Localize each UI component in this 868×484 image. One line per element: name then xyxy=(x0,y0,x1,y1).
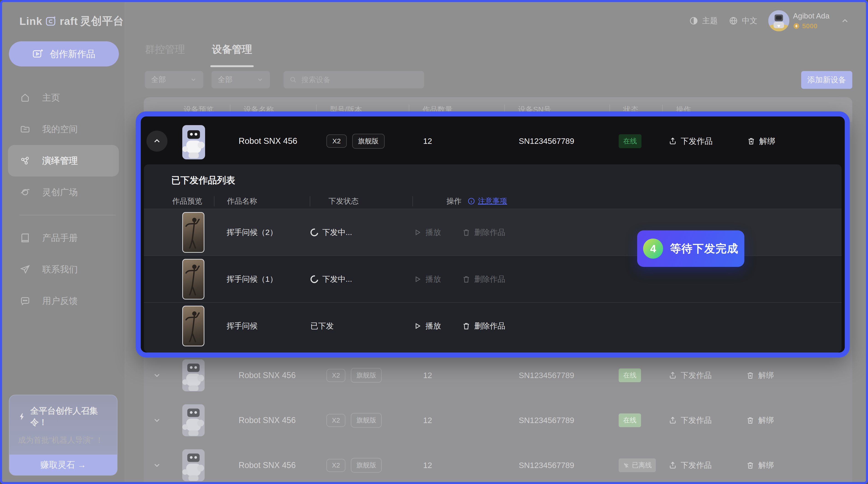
deploy-work-button[interactable]: 下发作品 xyxy=(669,415,712,426)
play-icon xyxy=(413,275,422,284)
earn-gems-button[interactable]: 赚取灵石 → xyxy=(9,455,117,475)
notice-link[interactable]: 注意事项 xyxy=(467,196,507,206)
work-status: 下发中... xyxy=(322,274,352,284)
logo-c-icon xyxy=(45,15,58,27)
status-badge: 在线 xyxy=(619,368,641,382)
works-column-ops: 操作 xyxy=(446,196,462,206)
trash-icon xyxy=(462,275,471,284)
network-icon xyxy=(20,155,30,166)
tour-step-badge: 4 xyxy=(643,238,663,259)
planet-icon xyxy=(20,187,30,198)
home-icon xyxy=(20,92,30,103)
tour-tooltip: 4 等待下发完成 xyxy=(637,230,744,267)
model-badge: X2 xyxy=(327,414,345,427)
device-row: Robot SNX 456 X2旗舰版 12 SN1234567789 在线 下… xyxy=(144,397,852,443)
edition-badge: 旗舰版 xyxy=(351,413,382,428)
play-work-button[interactable]: 播放 xyxy=(413,274,441,284)
trash-x-icon xyxy=(746,461,755,469)
add-device-button[interactable]: 添加新设备 xyxy=(801,71,852,89)
deploy-work-button[interactable]: 下发作品 xyxy=(669,460,712,471)
sidebar-item-label: 用户反馈 xyxy=(42,295,78,307)
sidebar-item-contact-us[interactable]: 联系我们 xyxy=(2,254,125,285)
status-badge: 已离线 xyxy=(619,458,656,472)
sidebar-divider xyxy=(20,215,116,215)
collapse-topbar-chevron-icon[interactable] xyxy=(840,16,849,25)
sidebar-item-label: 联系我们 xyxy=(42,263,78,276)
user-name: Agibot Ada xyxy=(793,12,830,20)
filter-dropdown-1[interactable]: 全部 xyxy=(145,71,203,88)
works-table-header: 作品预览 作品名称 下发状态 操作 注意事项 xyxy=(144,194,841,209)
deploy-work-button[interactable]: 下发作品 xyxy=(669,136,713,147)
sidebar-item-home[interactable]: 主页 xyxy=(2,82,125,113)
tab-device-management[interactable]: 设备管理 xyxy=(212,43,252,67)
play-work-button[interactable]: 播放 xyxy=(413,321,441,331)
deploy-work-button[interactable]: 下发作品 xyxy=(669,370,712,380)
upload-icon xyxy=(669,416,677,425)
book-icon xyxy=(20,233,30,243)
device-sn: SN1234567789 xyxy=(504,137,610,146)
unbind-button[interactable]: 解绑 xyxy=(746,415,774,426)
device-row: Robot SNX 456 X2旗舰版 12 SN1234567789 在线 下… xyxy=(144,352,852,398)
delete-work-button[interactable]: 删除作品 xyxy=(462,274,505,284)
sidebar-item-performance-management[interactable]: 演绎管理 xyxy=(8,145,119,176)
edition-badge: 旗舰版 xyxy=(352,134,384,149)
info-icon xyxy=(467,197,475,205)
gem-icon xyxy=(793,23,800,29)
work-thumbnail xyxy=(182,212,205,253)
sidebar-item-label: 主页 xyxy=(42,91,60,104)
expanded-device-row: Robot SNX 456 X2旗舰版 12 SN1234567789 在线 下… xyxy=(144,116,845,166)
filter-dropdown-2[interactable]: 全部 xyxy=(212,71,270,88)
works-column-preview: 作品预览 xyxy=(172,196,214,206)
status-badge: 在线 xyxy=(619,414,641,427)
expand-row-button[interactable] xyxy=(144,416,170,425)
sidebar-item-plaza[interactable]: 灵创广场 xyxy=(2,176,125,208)
tab-bar: 群控管理 设备管理 xyxy=(145,43,252,67)
works-count: 12 xyxy=(409,461,504,470)
unbind-button[interactable]: 解绑 xyxy=(747,136,775,147)
upload-icon xyxy=(669,371,677,380)
search-icon xyxy=(289,76,297,83)
promo-card: 全平台创作人召集令！ 成为首批"机器人导演" ！ 赚取灵石 → xyxy=(9,395,118,476)
expand-row-button[interactable] xyxy=(144,461,170,469)
paper-plane-icon xyxy=(20,264,30,275)
device-thumbnail xyxy=(182,449,205,481)
delete-work-button[interactable]: 删除作品 xyxy=(462,321,505,331)
create-new-work-button[interactable]: 创作新作品 xyxy=(9,41,119,66)
play-work-button[interactable]: 播放 xyxy=(413,227,441,238)
sidebar-item-product-manual[interactable]: 产品手册 xyxy=(2,222,125,254)
collapse-row-button[interactable] xyxy=(147,131,167,151)
work-status: 已下发 xyxy=(310,321,334,331)
search-input[interactable] xyxy=(301,76,418,84)
trash-x-icon xyxy=(747,137,755,145)
promo-title: 全平台创作人召集令！ xyxy=(30,405,108,428)
tab-group-control[interactable]: 群控管理 xyxy=(145,43,185,67)
works-column-status: 下发状态 xyxy=(310,196,412,206)
work-name: 挥手问候 xyxy=(205,321,288,331)
create-new-work-label: 创作新作品 xyxy=(50,48,95,60)
video-plus-icon xyxy=(32,49,43,59)
trash-x-icon xyxy=(746,371,755,380)
trash-x-icon xyxy=(746,416,755,425)
language-switcher[interactable]: 中文 xyxy=(728,16,757,26)
works-column-name: 作品名称 xyxy=(214,196,310,206)
main-content: 主题 中文 Agibot Ada 5000 群控管理 设备管理 xyxy=(126,2,866,482)
expand-row-button[interactable] xyxy=(144,371,170,380)
model-badge: X2 xyxy=(327,135,347,148)
chevron-down-icon xyxy=(257,76,264,83)
chat-icon xyxy=(20,296,30,306)
device-search xyxy=(284,71,424,88)
delete-work-button[interactable]: 删除作品 xyxy=(462,227,505,238)
sidebar-item-my-space[interactable]: 我的空间 xyxy=(2,113,125,145)
device-sn: SN1234567789 xyxy=(504,416,610,425)
unbind-button[interactable]: 解绑 xyxy=(746,460,774,471)
logo-text-raft: raft xyxy=(60,15,78,27)
work-name: 挥手问候（2） xyxy=(205,227,288,238)
user-menu[interactable]: Agibot Ada 5000 xyxy=(768,10,830,31)
chevron-down-icon xyxy=(190,76,197,83)
unbind-button[interactable]: 解绑 xyxy=(746,370,774,380)
loading-spinner-icon xyxy=(309,227,319,238)
work-name: 挥手问候（1） xyxy=(205,274,288,284)
sidebar-item-user-feedback[interactable]: 用户反馈 xyxy=(2,285,125,317)
language-label: 中文 xyxy=(742,16,757,26)
theme-toggle[interactable]: 主题 xyxy=(689,16,718,26)
